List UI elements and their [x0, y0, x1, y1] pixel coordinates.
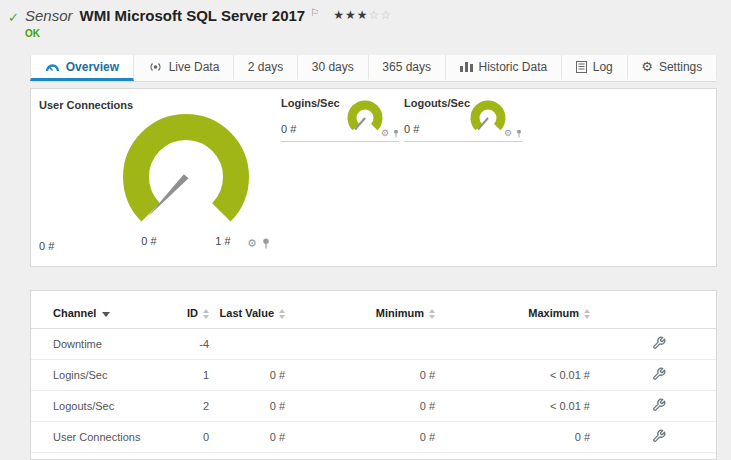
- last-value-cell: [209, 329, 285, 360]
- minimum-cell: [285, 329, 435, 360]
- gauge-title: Logins/Sec: [281, 97, 340, 109]
- tab-label: 30 days: [312, 60, 354, 74]
- object-kind-label: Sensor: [25, 7, 73, 24]
- gauge-icon: [45, 61, 60, 72]
- channel-name-cell: Logins/Sec: [31, 360, 161, 391]
- tab-label: Overview: [66, 60, 119, 74]
- bar-chart-icon: [460, 61, 473, 72]
- table-row-user-connections: User Connections 0 0 # 0 # 0 #: [31, 422, 716, 453]
- maximum-cell: [435, 329, 590, 360]
- gauge-logins-sec: Logins/Sec 0 # ⚙: [281, 97, 399, 142]
- minimum-cell: 0 #: [285, 422, 435, 453]
- last-value-cell: 0 #: [209, 391, 285, 422]
- tab-log[interactable]: Log: [562, 55, 628, 81]
- gauge-action-icons: ⚙: [381, 129, 399, 138]
- minimum-cell: 0 #: [285, 360, 435, 391]
- gear-icon: ⚙: [641, 60, 653, 73]
- channel-name-cell: Downtime: [31, 329, 161, 360]
- channel-name-cell: User Connections: [31, 422, 161, 453]
- stars-filled: ★★★: [333, 8, 368, 22]
- column-header-minimum[interactable]: Minimum: [285, 291, 435, 329]
- channel-settings-button[interactable]: [652, 398, 666, 412]
- last-value-cell: 0 #: [209, 360, 285, 391]
- tab-overview[interactable]: Overview: [30, 55, 134, 81]
- column-header-last-value[interactable]: Last Value: [209, 291, 285, 329]
- gauge-current-value: 0 #: [39, 240, 54, 252]
- id-cell: 2: [161, 391, 209, 422]
- tab-live-data[interactable]: Live Data: [134, 55, 234, 81]
- tab-historic-data[interactable]: Historic Data: [446, 55, 562, 81]
- column-header-maximum[interactable]: Maximum: [435, 291, 590, 329]
- gauge-action-icons: ⚙: [247, 238, 270, 249]
- table-header-row: Channel ID Last Value Minimum Maximum: [31, 291, 716, 329]
- gauge-settings-gear-icon[interactable]: ⚙: [504, 129, 512, 138]
- channels-table: Channel ID Last Value Minimum Maximum: [31, 291, 716, 453]
- sort-arrows-icon: [279, 309, 285, 319]
- wrench-icon: [652, 367, 666, 381]
- column-header-label: ID: [187, 307, 198, 319]
- gauge-title: Logouts/Sec: [404, 97, 470, 109]
- column-header-label: Maximum: [528, 307, 579, 319]
- gauge-current-value: 0 #: [404, 123, 419, 135]
- table-row-downtime: Downtime -4: [31, 329, 716, 360]
- channels-table-panel: Channel ID Last Value Minimum Maximum: [30, 290, 717, 460]
- id-cell: 0: [161, 422, 209, 453]
- tab-label: 2 days: [248, 60, 283, 74]
- flag-icon[interactable]: ⚐: [310, 7, 319, 18]
- dropdown-caret-icon: [102, 312, 110, 317]
- status-ok-check-icon: ✓: [8, 10, 20, 25]
- gauge-settings-gear-icon[interactable]: ⚙: [247, 238, 257, 249]
- gauge-current-value: 0 #: [281, 123, 296, 135]
- channel-settings-button[interactable]: [652, 336, 666, 350]
- column-header-label: Last Value: [220, 307, 274, 319]
- priority-stars[interactable]: ★★★☆☆: [333, 8, 392, 22]
- maximum-cell: < 0.01 #: [435, 360, 590, 391]
- sort-arrows-icon: [429, 309, 435, 319]
- header-main: Sensor WMI Microsoft SQL Server 2017 ⚐ ★…: [25, 7, 392, 39]
- tab-label: Historic Data: [479, 60, 548, 74]
- wrench-icon: [652, 398, 666, 412]
- pin-icon[interactable]: [393, 129, 399, 138]
- last-value-cell: 0 #: [209, 422, 285, 453]
- column-header-label: Channel: [53, 307, 96, 319]
- wrench-icon: [652, 429, 666, 443]
- table-row-logins-sec: Logins/Sec 1 0 # 0 # < 0.01 #: [31, 360, 716, 391]
- gauge-action-icons: ⚙: [504, 129, 522, 138]
- column-header-actions: [590, 291, 716, 329]
- channel-settings-button[interactable]: [652, 367, 666, 381]
- maximum-cell: < 0.01 #: [435, 391, 590, 422]
- sensor-header: ✓ Sensor WMI Microsoft SQL Server 2017 ⚐…: [0, 0, 731, 54]
- tab-label: Log: [593, 60, 613, 74]
- id-cell: 1: [161, 360, 209, 391]
- maximum-cell: 0 #: [435, 422, 590, 453]
- gauge-logouts-sec: Logouts/Sec 0 # ⚙: [404, 97, 522, 142]
- gauge-settings-gear-icon[interactable]: ⚙: [381, 129, 389, 138]
- sort-arrows-icon: [203, 309, 209, 319]
- column-header-label: Minimum: [376, 307, 424, 319]
- tab-settings[interactable]: ⚙ Settings: [628, 55, 718, 81]
- wrench-icon: [652, 336, 666, 350]
- tab-2-days[interactable]: 2 days: [234, 55, 298, 81]
- pin-icon[interactable]: [262, 238, 270, 249]
- live-broadcast-icon: [148, 61, 163, 73]
- id-cell: -4: [161, 329, 209, 360]
- tab-label: 365 days: [382, 60, 431, 74]
- column-header-channel[interactable]: Channel: [31, 291, 161, 329]
- column-header-id[interactable]: ID: [161, 291, 209, 329]
- gauge-scale-min: 0 #: [131, 235, 167, 247]
- channel-settings-button[interactable]: [652, 429, 666, 443]
- gauges-panel: User Connections 0 # 1 # 0 # ⚙ Logins/Se…: [30, 88, 717, 267]
- gauge-scale-max: 1 #: [205, 235, 241, 247]
- tab-30-days[interactable]: 30 days: [298, 55, 369, 81]
- sensor-page: ✓ Sensor WMI Microsoft SQL Server 2017 ⚐…: [0, 0, 731, 460]
- status-badge: OK: [25, 28, 392, 39]
- page-title: WMI Microsoft SQL Server 2017: [80, 7, 306, 24]
- title-row: Sensor WMI Microsoft SQL Server 2017 ⚐ ★…: [25, 7, 392, 24]
- tab-label: Settings: [659, 60, 702, 74]
- user-connections-gauge: [111, 105, 261, 255]
- pin-icon[interactable]: [516, 129, 522, 138]
- minimum-cell: 0 #: [285, 391, 435, 422]
- tab-365-days[interactable]: 365 days: [369, 55, 446, 81]
- stars-empty: ☆☆: [368, 8, 392, 22]
- sort-arrows-icon: [584, 309, 590, 319]
